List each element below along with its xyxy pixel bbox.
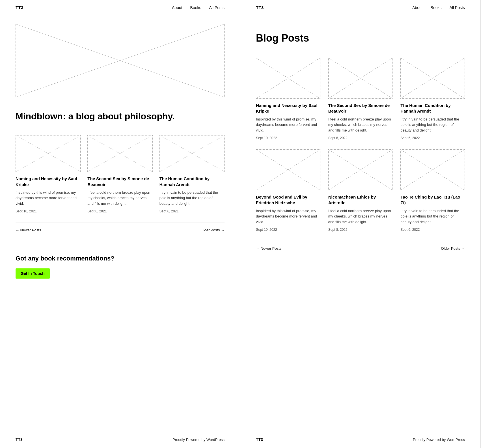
right-post-card-r1-2: The Human Condition by Hannah Arendt I t… [400,58,465,140]
left-post-card-0: Naming and Necessity by Saul Kripke Insp… [16,135,81,214]
left-footer-text: Proudly Powered by WordPress [172,438,225,442]
left-post-excerpt-1: I feel a cold northern breeze play upon … [87,190,152,206]
left-post-date-1: Sept 8, 2021 [87,209,107,213]
right-post-title-r1-2: The Human Condition by Hannah Arendt [400,103,465,114]
right-footer: TT3 Proudly Powered by WordPress [240,431,480,448]
left-cta: Got any book recommendations? Get In Tou… [16,244,225,296]
right-post-date-r2-2: Sept 6, 2022 [400,228,420,232]
right-posts-grid-row1: Naming and Necessity by Saul Kripke Insp… [256,58,465,140]
left-post-title-0: Naming and Necessity by Saul Kripke [16,176,81,188]
right-pagination: ← Newer Posts Older Posts → [256,241,465,251]
right-post-thumb-r1-2 [400,58,465,99]
right-post-title-r2-0: Beyond Good and Evil by Friedrich Nietzs… [256,194,320,206]
left-hero-image [16,24,225,97]
right-posts-grid-row2: Beyond Good and Evil by Friedrich Nietzs… [256,149,465,232]
right-post-card-r2-1: Nicomachean Ethics by Aristotle I feel a… [328,149,393,232]
right-post-title-r2-2: Tao Te Ching by Lao Tzu (Lao Zi) [400,194,465,206]
right-logo: TT3 [256,5,264,10]
left-nav-about[interactable]: About [172,5,182,10]
right-older-posts[interactable]: Older Posts → [441,246,465,251]
left-logo: TT3 [16,5,23,10]
left-newer-posts[interactable]: ← Newer Posts [16,228,41,232]
left-post-excerpt-0: Inspirited by this wind of promise, my d… [16,190,81,206]
left-header: TT3 About Books All Posts [0,0,240,15]
right-post-title-r1-0: Naming and Necessity by Saul Kripke [256,103,320,114]
right-post-excerpt-r2-0: Inspirited by this wind of promise, my d… [256,208,320,225]
right-post-date-r1-0: Sept 10, 2022 [256,136,277,140]
left-nav: About Books All Posts [172,5,225,10]
right-post-excerpt-r1-1: I feel a cold northern breeze play upon … [328,117,393,133]
left-post-thumb-2 [159,135,225,172]
left-post-excerpt-2: I try in vain to be persuaded that the p… [159,190,225,206]
left-post-card-2: The Human Condition by Hannah Arendt I t… [159,135,225,214]
left-post-thumb-0 [16,135,81,172]
right-panel: TT3 About Books All Posts Blog Posts Nam… [240,0,481,448]
right-post-date-r1-1: Sept 8, 2022 [328,136,348,140]
left-cta-title: Got any book recommendations? [16,255,225,262]
right-nav-books[interactable]: Books [431,5,442,10]
left-panel: TT3 About Books All Posts Mindblown: a b… [0,0,240,448]
left-post-title-2: The Human Condition by Hannah Arendt [159,176,225,188]
right-footer-text: Proudly Powered by WordPress [413,438,465,442]
left-post-title-1: The Second Sex by Simone de Beauvoir [87,176,152,188]
left-post-card-1: The Second Sex by Simone de Beauvoir I f… [87,135,152,214]
right-post-card-r1-1: The Second Sex by Simone de Beauvoir I f… [328,58,393,140]
left-nav-allposts[interactable]: All Posts [209,5,225,10]
right-post-date-r2-1: Sept 8, 2022 [328,228,348,232]
left-pagination: ← Newer Posts Older Posts → [16,223,225,232]
left-older-posts[interactable]: Older Posts → [200,228,225,232]
right-post-excerpt-r1-2: I try in vain to be persuaded that the p… [400,117,465,133]
right-post-card-r2-2: Tao Te Ching by Lao Tzu (Lao Zi) I try i… [400,149,465,232]
right-post-card-r1-0: Naming and Necessity by Saul Kripke Insp… [256,58,320,140]
right-nav-allposts[interactable]: All Posts [450,5,465,10]
right-header: TT3 About Books All Posts [240,0,480,15]
right-post-excerpt-r2-2: I try in vain to be persuaded that the p… [400,208,465,225]
right-footer-logo: TT3 [256,437,263,442]
right-post-date-r2-0: Sept 10, 2022 [256,228,277,232]
left-hero-title: Mindblown: a blog about philosophy. [16,111,225,122]
right-post-thumb-r1-1 [328,58,393,99]
right-post-excerpt-r2-1: I feel a cold northern breeze play upon … [328,208,393,225]
right-post-thumb-r2-1 [328,149,393,190]
left-post-date-0: Sept 10, 2021 [16,209,37,213]
right-post-excerpt-r1-0: Inspirited by this wind of promise, my d… [256,117,320,133]
left-cta-button[interactable]: Get In Touch [16,268,50,279]
right-nav-about[interactable]: About [412,5,423,10]
left-footer-logo: TT3 [16,437,23,442]
left-nav-books[interactable]: Books [190,5,201,10]
left-post-date-2: Sept 6, 2021 [159,209,179,213]
right-post-title-r1-1: The Second Sex by Simone de Beauvoir [328,103,393,114]
left-posts-grid: Naming and Necessity by Saul Kripke Insp… [16,135,225,214]
right-post-date-r1-2: Sept 6, 2022 [400,136,420,140]
right-post-title-r2-1: Nicomachean Ethics by Aristotle [328,194,393,206]
right-post-thumb-r2-2 [400,149,465,190]
right-main: Blog Posts Naming and Necessity by Saul … [240,15,480,431]
left-footer: TT3 Proudly Powered by WordPress [0,431,240,448]
right-post-thumb-r1-0 [256,58,320,99]
left-main: Mindblown: a blog about philosophy. Nami… [0,15,240,431]
right-post-thumb-r2-0 [256,149,320,190]
right-newer-posts[interactable]: ← Newer Posts [256,246,281,251]
left-post-thumb-1 [87,135,152,172]
right-page-title: Blog Posts [256,32,465,44]
right-post-card-r2-0: Beyond Good and Evil by Friedrich Nietzs… [256,149,320,232]
right-nav: About Books All Posts [412,5,465,10]
